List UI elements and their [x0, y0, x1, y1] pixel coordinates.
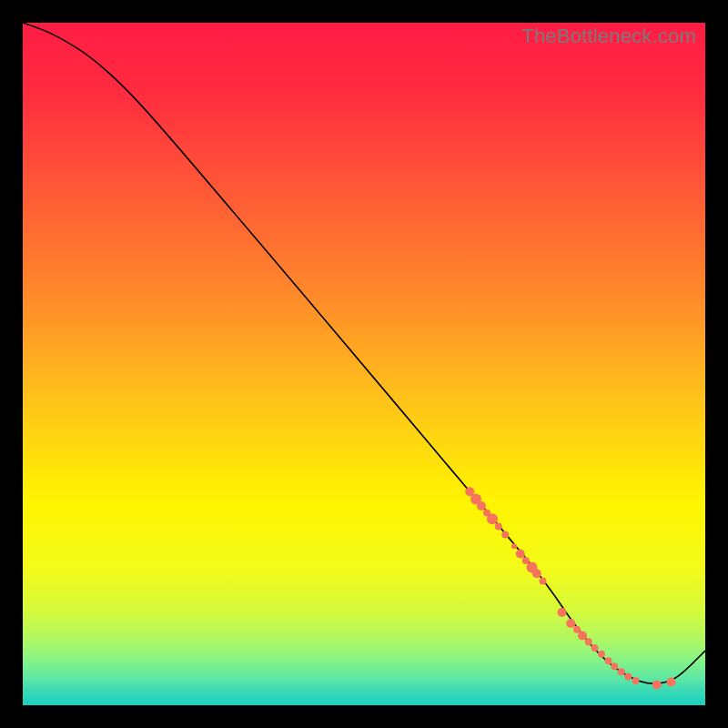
data-point: [501, 531, 509, 539]
data-point: [666, 677, 675, 686]
data-point: [487, 513, 498, 524]
data-point: [618, 668, 625, 675]
data-point: [532, 569, 541, 578]
data-point: [557, 608, 566, 617]
data-point: [585, 638, 592, 645]
data-point: [611, 662, 618, 670]
data-point: [578, 631, 587, 640]
data-point: [598, 651, 605, 658]
plot-area: TheBottleneck.com: [23, 23, 705, 705]
data-point: [624, 673, 632, 681]
data-point: [592, 644, 599, 652]
data-point: [516, 549, 525, 558]
data-point: [652, 680, 662, 689]
data-point: [540, 578, 547, 585]
watermark-text: TheBottleneck.com: [521, 25, 696, 48]
chart-container: TheBottleneck.com: [0, 0, 728, 728]
bottleneck-curve: [23, 23, 705, 683]
data-point: [573, 626, 581, 633]
curve-layer: [23, 23, 705, 705]
data-point: [495, 523, 502, 531]
data-point: [566, 619, 575, 628]
data-point: [632, 677, 640, 684]
data-point: [605, 657, 612, 664]
data-point: [511, 543, 517, 549]
scatter-points: [465, 487, 675, 689]
data-point: [522, 557, 530, 564]
data-point: [477, 501, 486, 511]
